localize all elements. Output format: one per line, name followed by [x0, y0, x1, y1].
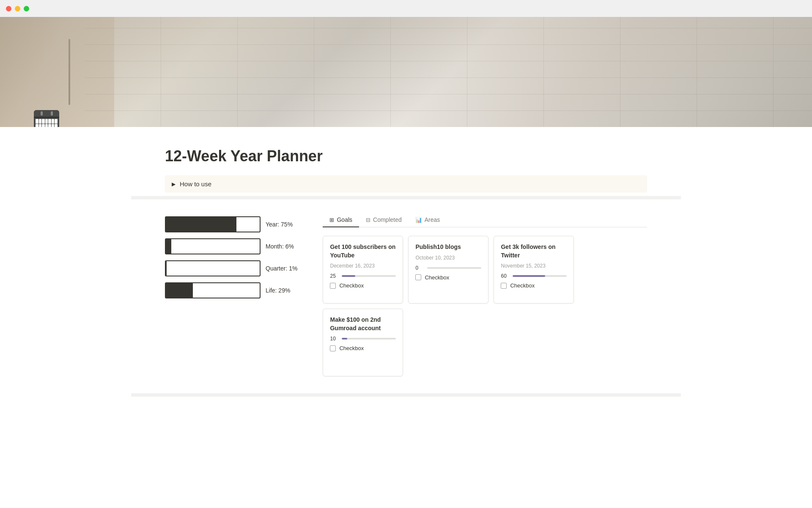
goal-checkbox-3[interactable] [330, 345, 336, 351]
close-button[interactable] [6, 6, 11, 11]
goal-progress-bar-2 [513, 275, 567, 277]
hero-overlay [0, 17, 812, 127]
goal-checkbox-label-1: Checkbox [425, 274, 449, 281]
calendar-icon [34, 110, 59, 127]
goal-progress-fill-2 [513, 275, 545, 277]
goal-checkbox-row-3[interactable]: Checkbox [330, 345, 396, 351]
goal-card-title-0: Get 100 subscribers on YouTube [330, 243, 396, 260]
tab-areas[interactable]: 📊Areas [409, 213, 447, 227]
how-to-use-callout[interactable]: ▶ How to use [165, 175, 647, 193]
goal-card-1: Publish10 blogsOctober 10, 20230Checkbox [408, 236, 488, 304]
progress-row: Month: 6% [165, 238, 297, 254]
progress-bar-container-2 [165, 260, 261, 276]
progress-row: Year: 75% [165, 216, 297, 232]
goal-checkbox-label-0: Checkbox [339, 282, 364, 289]
goal-progress-bar-0 [342, 275, 396, 277]
page-icon [34, 110, 59, 127]
tab-goals[interactable]: ⊞Goals [323, 213, 359, 227]
tab-label-2: Areas [425, 216, 440, 223]
titlebar [0, 0, 812, 17]
goal-cards-row: Get 100 subscribers on YouTubeDecember 1… [323, 236, 647, 376]
section-divider [131, 196, 681, 199]
tab-completed[interactable]: ⊟Completed [359, 213, 409, 227]
goal-card-2: Get 3k followers on TwitterNovember 15, … [494, 236, 574, 304]
tabs-bar: ⊞Goals⊟Completed📊Areas [323, 213, 647, 227]
progress-bar-fill-1 [166, 239, 171, 254]
goal-card-num-1: 0 [415, 265, 424, 271]
tab-label-1: Completed [373, 216, 402, 223]
goal-checkbox-row-1[interactable]: Checkbox [415, 274, 481, 281]
goal-card-progress-row-0: 25 [330, 273, 396, 279]
goal-checkbox-row-2[interactable]: Checkbox [501, 282, 567, 289]
goal-checkbox-row-0[interactable]: Checkbox [330, 282, 396, 289]
tab-label-0: Goals [337, 216, 352, 223]
hero-banner [0, 17, 812, 127]
goal-card-title-3: Make $100 on 2nd Gumroad account [330, 316, 396, 332]
progress-bar-fill-0 [166, 217, 236, 232]
progress-label-1: Month: 6% [266, 243, 294, 250]
tab-icon-0: ⊞ [329, 217, 334, 223]
tab-icon-1: ⊟ [366, 217, 370, 223]
maximize-button[interactable] [24, 6, 29, 11]
goal-card-num-0: 25 [330, 273, 338, 279]
minimize-button[interactable] [15, 6, 20, 11]
goal-card-date-0: December 16, 2023 [330, 263, 396, 269]
goal-card-num-2: 60 [501, 273, 509, 279]
goal-card-3: Make $100 on 2nd Gumroad account10Checkb… [323, 309, 403, 376]
goal-checkbox-0[interactable] [330, 283, 336, 289]
progress-label-0: Year: 75% [266, 221, 293, 228]
progress-bar-container-1 [165, 238, 261, 254]
progress-row: Life: 29% [165, 282, 297, 298]
goal-card-progress-row-3: 10 [330, 336, 396, 342]
progress-label-3: Life: 29% [266, 287, 290, 294]
goal-card-date-2: November 15, 2023 [501, 263, 567, 269]
callout-text: How to use [180, 180, 211, 188]
goal-card-title-1: Publish10 blogs [415, 243, 481, 251]
goal-checkbox-2[interactable] [501, 283, 507, 289]
goal-progress-bar-3 [342, 338, 396, 340]
progress-label-2: Quarter: 1% [266, 265, 297, 272]
progress-bar-container-3 [165, 282, 261, 298]
goal-progress-fill-0 [342, 275, 355, 277]
goal-card-progress-row-1: 0 [415, 265, 481, 271]
goal-progress-fill-3 [342, 338, 347, 340]
goals-section: ⊞Goals⊟Completed📊Areas Get 100 subscribe… [323, 213, 647, 376]
goal-checkbox-label-3: Checkbox [339, 345, 364, 351]
bottom-divider [131, 393, 681, 397]
progress-bar-fill-3 [166, 283, 193, 298]
goal-card-num-3: 10 [330, 336, 338, 342]
goal-progress-bar-1 [427, 267, 481, 269]
page-title: 12-Week Year Planner [165, 147, 647, 165]
progress-row: Quarter: 1% [165, 260, 297, 276]
goal-card-title-2: Get 3k followers on Twitter [501, 243, 567, 260]
progress-bar-fill-2 [166, 261, 167, 276]
tab-icon-2: 📊 [415, 217, 422, 223]
progress-section: Year: 75%Month: 6%Quarter: 1%Life: 29% [165, 216, 297, 298]
callout-arrow-icon: ▶ [172, 181, 176, 187]
main-section: Year: 75%Month: 6%Quarter: 1%Life: 29% ⊞… [165, 213, 647, 376]
progress-bar-container-0 [165, 216, 261, 232]
goal-checkbox-1[interactable] [415, 274, 421, 280]
goal-checkbox-label-2: Checkbox [510, 282, 535, 289]
page-content: 12-Week Year Planner ▶ How to use Year: … [131, 147, 681, 397]
goal-card-progress-row-2: 60 [501, 273, 567, 279]
goal-card-0: Get 100 subscribers on YouTubeDecember 1… [323, 236, 403, 304]
goal-card-date-1: October 10, 2023 [415, 255, 481, 261]
